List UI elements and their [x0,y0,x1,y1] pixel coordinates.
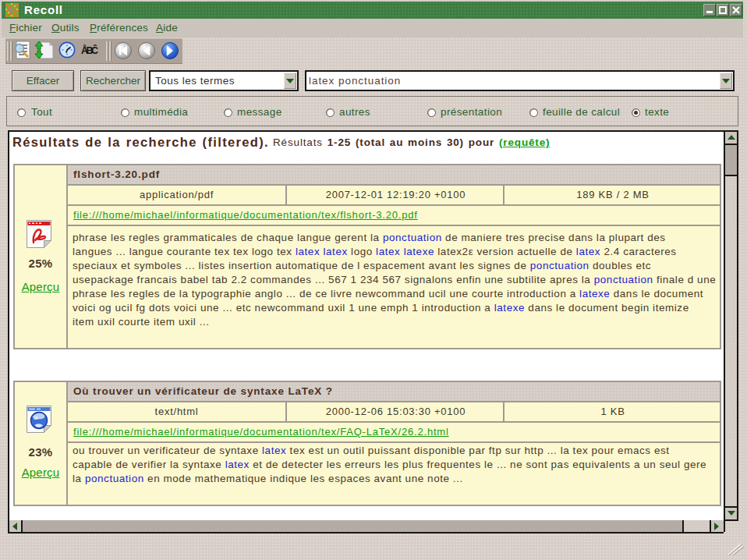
svg-text:ÅBĈ: ÅBĈ [81,44,98,56]
